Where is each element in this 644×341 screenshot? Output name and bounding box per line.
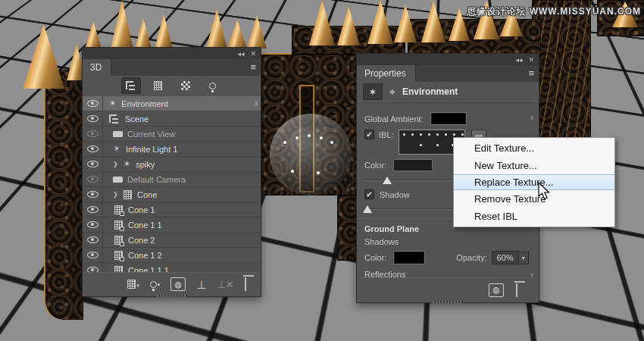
move-to-ground-button[interactable]: ⊥ — [196, 280, 206, 289]
ground-plane-label: Ground Plane — [364, 224, 419, 233]
list-item-spiky[interactable]: ❯✶spiky — [83, 157, 261, 172]
render-environment-button[interactable]: ◍ — [489, 283, 504, 297]
visibility-toggle[interactable] — [83, 96, 103, 111]
list-item-infinite-light[interactable]: ☀Infinite Light 1 — [83, 142, 261, 157]
coordinates-icon[interactable]: ⌖ — [389, 86, 395, 99]
visibility-toggle[interactable] — [83, 233, 103, 247]
ibl-preview-sphere[interactable] — [270, 114, 352, 196]
close-panel-icon[interactable]: ✕ — [528, 56, 534, 64]
add-mesh-button[interactable]: ▾ — [127, 280, 139, 289]
3d-object-left-slab[interactable] — [44, 70, 83, 320]
row-label: Cone 1 2 — [128, 251, 162, 260]
panel-resize-grip[interactable] — [157, 294, 187, 297]
expander-icon[interactable]: ❯ — [113, 191, 118, 198]
filter-scene-button[interactable] — [121, 77, 141, 94]
menu-item-replace-texture[interactable]: Replace Texture... — [454, 174, 614, 190]
delete-from-ground-button[interactable]: ⊥✕ — [217, 280, 233, 289]
list-item-cone-1-1-1[interactable]: Cone 1 1 1 — [83, 263, 261, 272]
collapse-panel-icon[interactable]: ◂◂ — [515, 56, 522, 64]
slider-thumb[interactable] — [383, 177, 392, 184]
panel-menu-icon[interactable]: ≡ — [250, 62, 256, 72]
mesh-instance-icon — [114, 221, 123, 230]
list-item-cone-1-1[interactable]: Cone 1 1 — [83, 217, 261, 233]
list-item-default-camera[interactable]: Default Camera — [83, 172, 261, 187]
environment-button[interactable]: ◍ — [170, 277, 186, 291]
mesh-instance-icon — [114, 266, 123, 273]
eye-icon — [87, 176, 98, 183]
visibility-toggle[interactable] — [83, 202, 103, 217]
visibility-toggle[interactable] — [83, 187, 103, 202]
list-item-cone-1[interactable]: Cone 1 — [83, 202, 261, 217]
filter-materials-button[interactable] — [176, 77, 195, 94]
mesh-instance-icon — [114, 251, 123, 260]
visibility-toggle[interactable] — [83, 157, 103, 171]
opacity-dropdown-icon[interactable]: ▾ — [519, 252, 529, 264]
global-ambient-label: Global Ambient: — [364, 114, 424, 124]
visibility-toggle[interactable] — [83, 127, 103, 141]
add-light-button[interactable]: ▾ — [150, 281, 161, 288]
shadow-checkbox[interactable]: ✔ — [364, 189, 374, 199]
scroll-down-icon[interactable]: ∨ — [254, 99, 258, 106]
ground-color-row: Color: Opacity: 60% ▾ — [364, 251, 531, 264]
visibility-toggle[interactable] — [83, 142, 103, 156]
3d-object-bottom-slab[interactable] — [145, 302, 267, 341]
3d-object-middle-left-column[interactable] — [261, 196, 295, 326]
global-ambient-swatch[interactable] — [431, 113, 466, 124]
eye-icon — [87, 191, 98, 198]
eye-icon — [87, 221, 98, 228]
ibl-thumbnail-dots — [403, 133, 405, 136]
opacity-label: Opacity: — [456, 253, 486, 262]
ground-shadow-color-swatch[interactable] — [394, 252, 424, 264]
slider-thumb[interactable] — [363, 205, 372, 213]
expander-icon[interactable]: ❯ — [113, 161, 118, 167]
scroll-up-icon[interactable]: ∧ — [530, 114, 534, 121]
3d-panel-titlebar: ◂◂ ✕ — [83, 48, 261, 59]
environment-icon: ✶ — [109, 99, 116, 108]
environment-mode-button[interactable]: ✶ — [363, 83, 383, 100]
ibl-color-swatch[interactable] — [394, 160, 432, 170]
scene-tree-icon — [109, 114, 120, 124]
menu-item-edit-texture[interactable]: Edit Texture... — [454, 139, 614, 157]
row-label: Cone 1 — [128, 205, 155, 214]
visibility-toggle[interactable] — [83, 172, 103, 186]
visibility-toggle[interactable] — [83, 248, 103, 262]
list-item-scene[interactable]: Scene — [83, 111, 261, 127]
visibility-toggle[interactable] — [83, 263, 103, 272]
panel-menu-icon[interactable]: ≡ — [528, 68, 534, 78]
visibility-toggle[interactable] — [83, 217, 103, 232]
list-item-current-view[interactable]: Current View — [83, 127, 261, 142]
filter-meshes-button[interactable] — [148, 77, 168, 94]
properties-header: ✶ ⌖ Environment — [357, 82, 539, 102]
mesh-instance-icon — [114, 205, 123, 214]
properties-titlebar: ◂◂ ✕ — [357, 54, 539, 65]
close-panel-icon[interactable]: ✕ — [250, 50, 256, 58]
global-ambient-row: Global Ambient: ∧ — [364, 113, 531, 124]
list-item-cone-2[interactable]: Cone 2 — [83, 233, 261, 248]
tab-properties[interactable]: Properties — [357, 65, 416, 82]
properties-tabrow: Properties ≡ — [357, 65, 539, 82]
delete-button[interactable] — [245, 277, 246, 291]
menu-item-reset-ibl[interactable]: Reset IBL — [454, 208, 614, 225]
infinite-light-icon: ☀ — [113, 145, 120, 153]
tab-3d[interactable]: 3D — [83, 59, 111, 76]
collapse-panel-icon[interactable]: ◂◂ — [237, 50, 244, 58]
menu-item-remove-texture[interactable]: Remove Texture — [454, 190, 614, 208]
mesh-icon — [123, 190, 132, 199]
camera-icon — [113, 131, 122, 137]
row-label: Cone 1 1 1 — [128, 266, 169, 273]
opacity-value[interactable]: 60% — [492, 251, 519, 264]
list-item-environment[interactable]: ✶Environment ∧ — [83, 96, 261, 111]
list-item-cone-1-2[interactable]: Cone 1 2 ∨ — [83, 248, 261, 263]
eye-icon — [87, 145, 98, 152]
panel-resize-grip[interactable] — [433, 300, 463, 303]
list-item-cone[interactable]: ❯Cone — [83, 187, 261, 202]
visibility-toggle[interactable] — [83, 111, 103, 126]
color-label: Color: — [364, 161, 386, 170]
delete-button[interactable] — [516, 283, 517, 297]
3d-object-middle-right-column[interactable] — [337, 196, 357, 261]
menu-item-new-texture[interactable]: New Texture... — [454, 157, 614, 174]
ground-color-label: Color: — [364, 253, 386, 262]
filter-lights-button[interactable] — [203, 77, 223, 94]
ibl-checkbox[interactable]: ✔ — [364, 130, 374, 139]
row-label: Infinite Light 1 — [126, 145, 178, 154]
